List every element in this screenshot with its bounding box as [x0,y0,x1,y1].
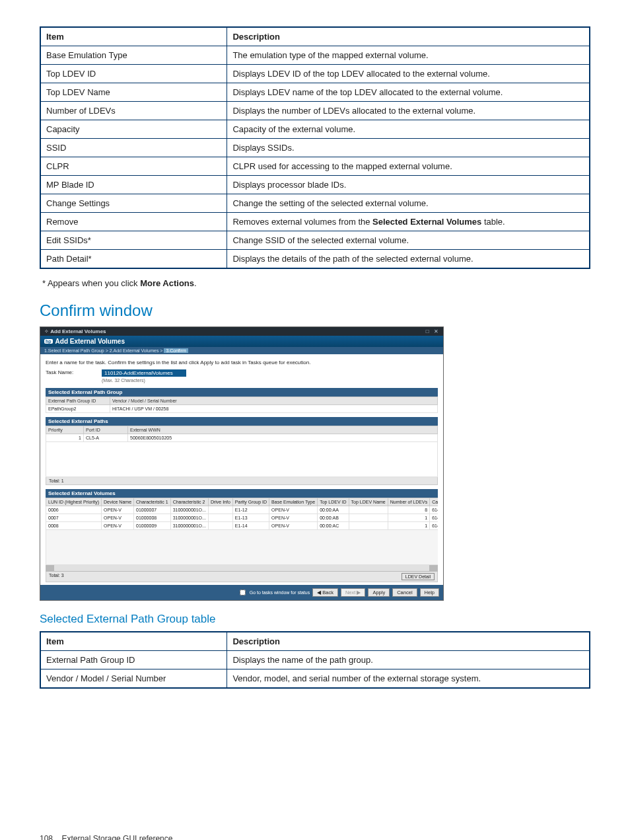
horizontal-scrollbar[interactable] [46,565,438,572]
item-description-table-1: Item Description Base Emulation TypeThe … [40,26,590,269]
table-row: 0006 OPEN-V 01000007 3100000001O... E1-1… [46,506,438,514]
table-row: Remove Removes external volumes from the… [40,213,590,231]
back-button[interactable]: ◀ Back [312,588,338,597]
table-row: MP Blade IDDisplays processor blade IDs. [40,176,590,194]
paths-total: Total: 1 [46,477,438,485]
table-row: Vendor / Model / Serial NumberVendor, mo… [40,669,590,689]
next-button: Next ▶ [341,588,366,597]
th-desc: Description [227,632,590,651]
paths-grid: Priority Port ID External WWN 1 CL5-A 50… [46,426,438,477]
path-group-grid: External Path Group ID Vendor / Model / … [46,397,438,413]
footer-text: External Storage GUI reference [61,834,172,840]
apply-button[interactable]: Apply [368,588,390,597]
help-button[interactable]: Help [420,588,439,597]
hp-logo-icon: hp [44,339,53,344]
item-description-table-2: Item Description External Path Group IDD… [40,631,590,689]
table-row: Path Detail*Displays the details of the … [40,250,590,269]
expand-icon[interactable]: ✧ [44,328,49,334]
window-title: Add External Volumes [50,328,106,334]
crumb-step3: 3.Confirm [164,348,188,353]
panel-header-paths: Selected External Paths [46,417,438,426]
taskname-hint: (Max. 32 Characters) [102,378,186,383]
ldev-detail-button[interactable]: LDEV Detail [402,573,435,580]
volumes-total: Total: 3 [49,573,64,580]
go-to-tasks-checkbox[interactable]: Go to tasks window for status [237,588,310,597]
table-row: 1 CL5-A 50060E8005010205 [46,434,438,442]
panel-header-pathgroup: Selected External Path Group [46,388,438,397]
breadcrumb: 1.Select External Path Group > 2.Add Ext… [40,347,443,354]
confirm-window-heading: Confirm window [40,301,590,320]
crumb-step2[interactable]: 2.Add External Volumes [110,348,159,353]
table-row: Top LDEV IDDisplays LDEV ID of the top L… [40,65,590,83]
window-close-icon[interactable]: ✕ [433,328,439,334]
page-footer: 108 External Storage GUI reference [40,834,590,840]
panel-header-volumes: Selected External Volumes [46,489,438,498]
th-item: Item [40,27,227,46]
table-row: Number of LDEVsDisplays the number of LD… [40,102,590,120]
page-number: 108 [40,834,53,840]
wizard-title: Add External Volumes [55,338,125,345]
table-row: Change SettingsChange the setting of the… [40,194,590,213]
crumb-step1[interactable]: 1.Select External Path Group [44,348,104,353]
table-row: Edit SSIDs*Change SSID of the selected e… [40,231,590,250]
volumes-grid: LUN ID (Highest Priority) Device Name Ch… [46,498,438,565]
table-row: CLPRCLPR used for accessing to the mappe… [40,157,590,176]
table-row: 0007 OPEN-V 01000008 3100000001O... E1-1… [46,514,438,522]
more-actions-note: * Appears when you click More Actions. [42,278,590,288]
confirm-window-screenshot: ✧ Add External Volumes □ ✕ hp Add Extern… [40,326,444,601]
taskname-input[interactable]: 110120-AddExternalVolumes [102,369,186,377]
window-maximize-icon[interactable]: □ [425,328,431,334]
table-row: External Path Group IDDisplays the name … [40,651,590,669]
table-row: Top LDEV NameDisplays LDEV name of the t… [40,83,590,102]
th-desc: Description [227,27,590,46]
selected-pathgroup-heading: Selected External Path Group table [40,613,590,626]
th-item: Item [40,632,227,651]
cancel-button[interactable]: Cancel [392,588,417,597]
table-row: Base Emulation TypeThe emulation type of… [40,46,590,65]
instruction-text: Enter a name for the task. Confirm the s… [46,360,438,365]
table-row: 0008 OPEN-V 01000009 3100000001O... E1-1… [46,522,438,530]
table-row: SSIDDisplays SSIDs. [40,139,590,157]
taskname-label: Task Name: [46,369,95,375]
table-row: CapacityCapacity of the external volume. [40,120,590,139]
